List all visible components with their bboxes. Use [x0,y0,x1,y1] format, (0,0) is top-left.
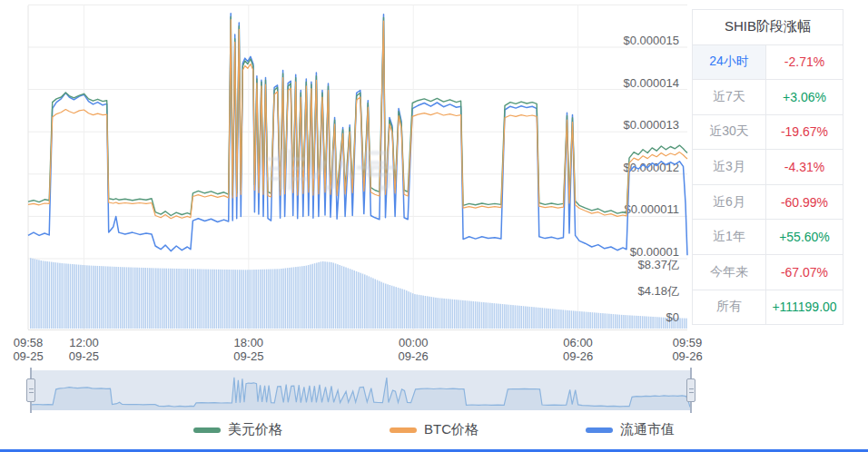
period-value: -2.71% [766,45,843,80]
svg-text:$0: $0 [666,310,679,324]
legend-item-market-cap[interactable]: 流通市值 [586,421,675,438]
legend-label: BTC价格 [424,421,478,438]
market-cap-swatch-icon [586,427,613,433]
range-navigator[interactable] [30,369,693,411]
period-label[interactable]: 近7天 [693,80,766,114]
navigator-right-handle[interactable] [686,378,695,402]
period-value: -60.99% [766,185,843,220]
svg-text:09-26: 09-26 [563,349,593,363]
legend-label: 流通市值 [620,421,675,438]
usd-price-swatch-icon [193,427,221,433]
svg-text:00:00: 00:00 [399,336,429,349]
table-title: SHIB阶段涨幅 [693,10,843,45]
period-label[interactable]: 所有 [693,290,766,325]
btc-price-swatch-icon [390,427,417,433]
period-label[interactable]: 今年来 [693,255,766,290]
period-row-7d[interactable]: 近7天 +3.06% [693,80,843,115]
svg-text:$8.37亿: $8.37亿 [637,258,679,271]
stage-change-table: SHIB阶段涨幅 24小时 -2.71% 近7天 +3.06% 近30天 -19… [692,9,843,325]
period-label[interactable]: 近6月 [693,185,766,220]
svg-text:09:59: 09:59 [673,336,703,349]
period-value: -4.31% [766,150,843,184]
shib-chart-widget: $0.000015$0.000014$0.000013$0.000012$0.0… [0,0,868,452]
period-label[interactable]: 近30天 [693,115,766,150]
period-label[interactable]: 近3月 [693,150,766,184]
period-value: +55.60% [766,220,843,254]
period-label[interactable]: 24小时 [693,45,766,80]
svg-text:09-25: 09-25 [233,349,263,363]
svg-text:$0.000013: $0.000013 [624,118,679,132]
svg-text:12:00: 12:00 [69,336,99,349]
navigator-left-handle[interactable] [26,378,35,402]
legend-label: 美元价格 [228,421,282,438]
period-row-ytd[interactable]: 今年来 -67.07% [693,255,843,290]
period-value: +3.06% [766,80,843,114]
period-value: -19.67% [766,115,843,150]
svg-text:09:58: 09:58 [14,336,44,349]
period-row-30d[interactable]: 近30天 -19.67% [693,115,843,151]
period-row-3m[interactable]: 近3月 -4.31% [693,150,843,185]
svg-text:09-26: 09-26 [399,349,429,363]
svg-text:09-25: 09-25 [69,349,99,363]
svg-text:06:00: 06:00 [563,336,593,349]
period-row-all[interactable]: 所有 +111199.00 [693,290,843,325]
svg-text:$0.000011: $0.000011 [625,202,680,216]
svg-text:18:00: 18:00 [234,336,264,349]
svg-text:$0.00001: $0.00001 [630,245,679,259]
period-row-1y[interactable]: 近1年 +55.60% [693,220,843,255]
chart-legend: 美元价格 BTC价格 流通市值 [0,421,868,438]
period-value: +111199.00 [766,290,843,325]
svg-text:$0.000015: $0.000015 [624,34,679,47]
period-value: -67.07% [766,255,843,290]
period-label[interactable]: 近1年 [693,220,766,254]
period-row-6m[interactable]: 近6月 -60.99% [693,185,843,221]
svg-text:$4.18亿: $4.18亿 [637,284,679,298]
legend-item-btc-price[interactable]: BTC价格 [390,421,478,438]
svg-text:$0.000014: $0.000014 [624,76,679,90]
svg-text:09-25: 09-25 [13,349,43,363]
svg-text:09-26: 09-26 [672,349,702,363]
legend-item-usd-price[interactable]: 美元价格 [193,421,282,438]
period-row-24h[interactable]: 24小时 -2.71% [693,45,843,81]
